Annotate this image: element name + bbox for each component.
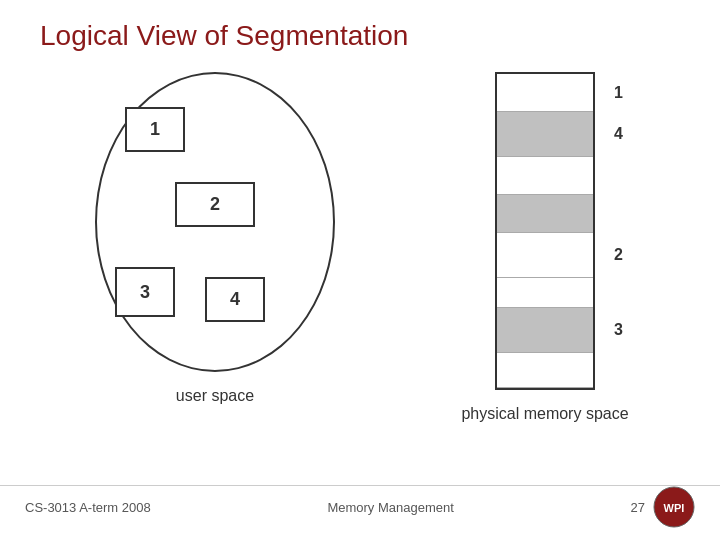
memory-cell-0: 1: [497, 74, 593, 112]
footer: CS-3013 A-term 2008 Memory Management 27…: [0, 485, 720, 528]
memory-column: 1423: [495, 72, 595, 390]
ellipse-wrapper: 1 2 3 4: [95, 72, 335, 372]
segment-box-3: 3: [115, 267, 175, 317]
footer-right: 27 WPI: [631, 486, 695, 528]
slide-title: Logical View of Segmentation: [40, 20, 690, 52]
segment-box-1: 1: [125, 107, 185, 152]
memory-cell-6: 3: [497, 308, 593, 353]
segment-label-3: 3: [140, 282, 150, 303]
memory-cell-3: [497, 195, 593, 233]
user-space-label: user space: [176, 387, 254, 405]
segment-label-1: 1: [150, 119, 160, 140]
segment-box-2: 2: [175, 182, 255, 227]
memory-cell-1: 4: [497, 112, 593, 157]
wpi-logo: WPI: [653, 486, 695, 528]
segment-box-4: 4: [205, 277, 265, 322]
physical-space-label: physical memory space: [461, 405, 628, 423]
memory-cell-2: [497, 157, 593, 195]
footer-page: 27: [631, 500, 645, 515]
memory-cell-7: [497, 353, 593, 388]
user-space-container: 1 2 3 4 user space: [75, 72, 355, 405]
segment-label-2: 2: [210, 194, 220, 215]
memory-cell-label-4: 2: [614, 246, 623, 264]
memory-cell-label-0: 1: [614, 84, 623, 102]
content-area: 1 2 3 4 user space 1423: [30, 72, 690, 423]
footer-title: Memory Management: [327, 500, 453, 515]
memory-cell-4: 2: [497, 233, 593, 278]
physical-space-container: 1423 physical memory space: [445, 72, 645, 423]
memory-cell-label-6: 3: [614, 321, 623, 339]
memory-cell-5: [497, 278, 593, 308]
footer-course: CS-3013 A-term 2008: [25, 500, 151, 515]
memory-cell-label-1: 4: [614, 125, 623, 143]
slide: Logical View of Segmentation 1 2 3: [0, 0, 720, 540]
svg-text:WPI: WPI: [664, 502, 685, 514]
segment-label-4: 4: [230, 289, 240, 310]
